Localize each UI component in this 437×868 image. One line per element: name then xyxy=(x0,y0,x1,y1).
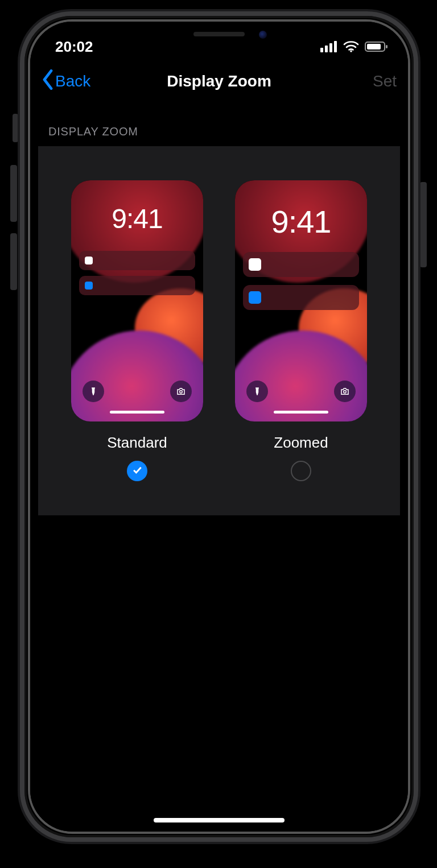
preview-notification xyxy=(243,285,359,310)
option-standard[interactable]: 9:41 Standard xyxy=(71,180,203,481)
svg-point-4 xyxy=(350,50,352,52)
camera-icon xyxy=(170,381,192,402)
chevron-left-icon xyxy=(42,69,54,94)
radio-standard-selected[interactable] xyxy=(127,461,147,481)
preview-notification xyxy=(243,252,359,277)
preview-time: 9:41 xyxy=(71,203,203,234)
home-indicator[interactable] xyxy=(154,818,285,822)
svg-rect-2 xyxy=(329,43,332,52)
svg-rect-7 xyxy=(367,44,381,49)
svg-point-9 xyxy=(344,391,347,394)
status-time: 20:02 xyxy=(55,38,93,56)
option-label-zoomed: Zoomed xyxy=(274,434,328,452)
back-label: Back xyxy=(55,72,90,90)
svg-rect-6 xyxy=(386,45,387,48)
section-header: DISPLAY ZOOM xyxy=(30,101,408,146)
phone-power-button xyxy=(420,182,427,267)
svg-point-8 xyxy=(180,391,183,394)
phone-volume-down xyxy=(10,233,17,290)
set-button[interactable]: Set xyxy=(373,72,397,90)
flashlight-icon xyxy=(83,381,104,402)
checkmark-icon xyxy=(131,464,143,478)
preview-standard: 9:41 xyxy=(71,180,203,421)
camera-icon xyxy=(334,381,356,402)
preview-home-indicator xyxy=(110,411,164,414)
preview-notification xyxy=(79,251,195,270)
preview-time: 9:41 xyxy=(235,203,367,240)
option-label-standard: Standard xyxy=(107,434,167,452)
phone-mute-switch xyxy=(13,114,18,142)
phone-volume-up xyxy=(10,165,17,222)
svg-rect-1 xyxy=(325,46,328,52)
preview-home-indicator xyxy=(274,411,328,414)
phone-frame: 20:02 xyxy=(20,11,418,842)
nav-bar: Back Display Zoom Set xyxy=(30,61,408,101)
flashlight-icon xyxy=(246,381,268,402)
phone-notch xyxy=(134,22,304,50)
svg-rect-0 xyxy=(320,48,323,52)
radio-zoomed-unselected[interactable] xyxy=(291,461,311,481)
page-title: Display Zoom xyxy=(167,72,271,90)
back-button[interactable]: Back xyxy=(42,69,90,94)
display-zoom-panel: 9:41 Standard xyxy=(38,146,400,515)
cellular-icon xyxy=(320,41,337,52)
preview-notification xyxy=(79,276,195,295)
preview-zoomed: 9:41 xyxy=(235,180,367,421)
wifi-icon xyxy=(343,41,359,52)
battery-icon xyxy=(365,41,389,52)
option-zoomed[interactable]: 9:41 Zoomed xyxy=(235,180,367,481)
svg-rect-3 xyxy=(334,41,337,52)
screen: 20:02 xyxy=(30,22,408,832)
